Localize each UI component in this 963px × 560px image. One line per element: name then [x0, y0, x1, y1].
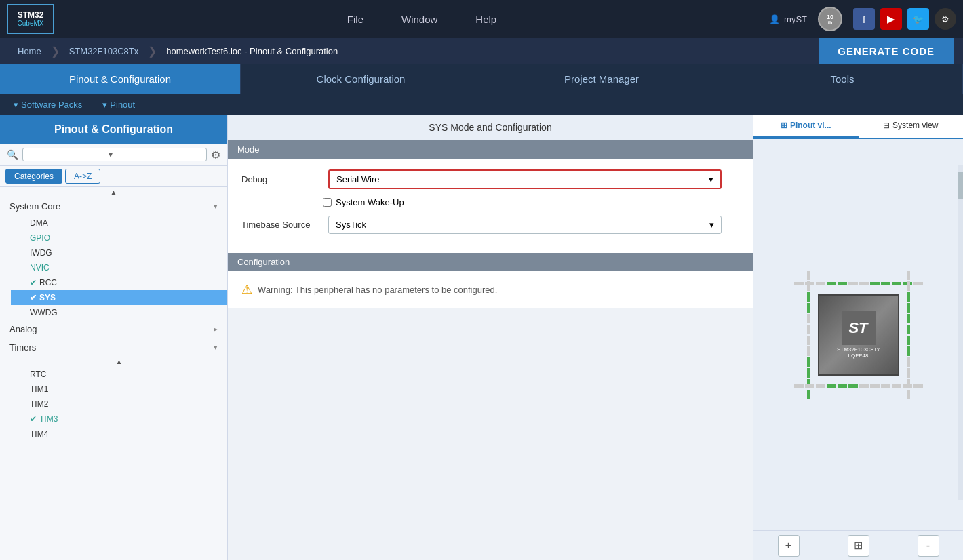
warning-icon: ⚠: [241, 282, 252, 297]
subtab-software-packs[interactable]: ▾ Software Packs: [14, 100, 82, 110]
logo-line1: STM32: [18, 10, 44, 20]
sidebar-item-nvic[interactable]: NVIC: [11, 260, 227, 275]
section-label-analog: Analog: [9, 324, 37, 334]
pin-l10: [807, 368, 810, 378]
search-input[interactable]: [27, 150, 109, 159]
scroll-up-btn-2[interactable]: ▲: [11, 357, 227, 367]
section-header-system-core[interactable]: System Core ▾: [0, 197, 227, 216]
logo-area: STM32 CubeMX: [7, 4, 54, 34]
subtab-pinout[interactable]: ▾ Pinout: [102, 100, 135, 110]
pin-l4: [807, 303, 810, 313]
sidebar-item-rcc[interactable]: ✔RCC: [11, 275, 227, 290]
sidebar: Pinout & Configuration 🔍 ▾ ⚙ Categories …: [0, 115, 228, 560]
tab-clock-config[interactable]: Clock Configuration: [241, 64, 482, 94]
logo-line2: CubeMX: [18, 20, 44, 28]
menu-file[interactable]: File: [342, 11, 369, 28]
sidebar-item-rtc[interactable]: RTC: [11, 367, 227, 382]
tab-pinout-view[interactable]: ⊞ Pinout vi...: [753, 115, 859, 138]
sidebar-item-tim3[interactable]: ✔TIM3: [11, 412, 227, 426]
badge-sub: th: [828, 20, 833, 25]
section-header-timers[interactable]: Timers ▾: [0, 338, 227, 357]
chip-pins-bottom: [794, 384, 923, 388]
tab-tools[interactable]: Tools: [722, 64, 963, 94]
sidebar-item-tim4[interactable]: TIM4: [11, 426, 227, 441]
pin-l9: [807, 357, 810, 367]
wakeup-row: System Wake-Up: [323, 197, 739, 207]
tab-project-manager[interactable]: Project Manager: [482, 64, 722, 94]
badge-label: 10: [827, 14, 833, 20]
github-icon[interactable]: ⚙: [935, 8, 956, 30]
pinout-view-icon: ⊞: [781, 121, 787, 130]
right-scroll-track: [958, 165, 963, 500]
twitter-icon[interactable]: 🐦: [907, 8, 929, 30]
right-panel-tabs: ⊞ Pinout vi... ⊟ System view: [753, 115, 963, 139]
pin-t3: [816, 282, 825, 285]
pin-r5: [907, 314, 910, 323]
sidebar-item-tim2[interactable]: TIM2: [11, 397, 227, 412]
tab-az[interactable]: A->Z: [65, 169, 100, 184]
right-scroll-thumb[interactable]: [958, 172, 963, 199]
menu-help[interactable]: Help: [470, 11, 502, 28]
sub-tab-bar: ▾ Software Packs ▾ Pinout: [0, 94, 963, 115]
breadcrumb-device[interactable]: STM32F103C8Tx: [61, 43, 147, 59]
breadcrumb-home[interactable]: Home: [9, 43, 50, 59]
pin-b4: [827, 384, 836, 388]
sidebar-item-tim1[interactable]: TIM1: [11, 382, 227, 397]
sidebar-item-iwdg[interactable]: IWDG: [11, 245, 227, 260]
tab-pinout-config[interactable]: Pinout & Configuration: [0, 64, 241, 94]
pin-b5: [838, 384, 847, 388]
sidebar-item-gpio[interactable]: GPIO: [11, 231, 227, 245]
sidebar-search: 🔍 ▾ ⚙: [0, 144, 227, 166]
user-area[interactable]: 👤 myST: [769, 14, 807, 24]
timebase-row: Timebase Source SysTick ▾: [241, 216, 739, 234]
sidebar-item-sys[interactable]: ✔SYS: [11, 290, 227, 305]
menu-bar: STM32 CubeMX File Window Help 👤 myST 10 …: [0, 0, 963, 38]
config-section-title: Configuration: [228, 253, 753, 271]
pin-t6: [848, 282, 858, 285]
zoom-out-button[interactable]: -: [918, 535, 939, 557]
pin-r8: [907, 346, 910, 356]
pin-r3: [907, 292, 910, 302]
pin-b1: [794, 384, 804, 388]
section-header-analog[interactable]: Analog ▸: [0, 320, 227, 338]
pin-l8: [807, 346, 810, 356]
breadcrumb-file[interactable]: homeworkTest6.ioc - Pinout & Configurati…: [158, 43, 346, 59]
sidebar-item-dma[interactable]: DMA: [11, 216, 227, 231]
sidebar-item-wwdg[interactable]: WWDG: [11, 305, 227, 320]
chevron-down-icon-timers: ▾: [214, 343, 218, 352]
wakeup-checkbox[interactable]: [323, 198, 332, 207]
generate-code-button[interactable]: GENERATE CODE: [819, 38, 954, 64]
youtube-icon[interactable]: ▶: [880, 8, 902, 30]
chip-area: ST STM32F103C8TxLQFP48: [753, 139, 963, 530]
chip-brand: ST: [848, 319, 867, 337]
tab-categories[interactable]: Categories: [5, 169, 62, 184]
chevron-right-icon: ▸: [214, 325, 218, 334]
debug-value: Serial Wire: [336, 174, 380, 184]
content-title: SYS Mode and Configuration: [228, 115, 753, 140]
wakeup-label: System Wake-Up: [336, 197, 404, 207]
gear-icon[interactable]: ⚙: [211, 148, 220, 161]
debug-select[interactable]: Serial Wire ▾: [328, 169, 722, 189]
timebase-select[interactable]: SysTick ▾: [328, 216, 722, 234]
scroll-up-btn[interactable]: ▲: [0, 187, 227, 197]
chevron-down-icon: ▾: [214, 202, 218, 211]
dropdown-arrow-icon[interactable]: ▾: [109, 150, 113, 159]
breadcrumb-bar: Home ❯ STM32F103C8Tx ❯ homeworkTest6.ioc…: [0, 38, 963, 64]
pin-r9: [907, 357, 910, 367]
timebase-dropdown-icon: ▾: [709, 220, 714, 230]
pin-l6: [807, 325, 810, 334]
debug-row: Debug Serial Wire ▾: [241, 169, 739, 189]
menu-window[interactable]: Window: [396, 11, 443, 28]
chip-pins-left: [807, 271, 810, 399]
warning-section: ⚠ Warning: This peripheral has no parame…: [228, 271, 753, 308]
chip-name: STM32F103C8TxLQFP48: [837, 346, 880, 359]
section-items-timers: ▲ RTC TIM1 TIM2 ✔TIM3 TIM4: [0, 357, 227, 441]
app-logo: STM32 CubeMX: [7, 4, 54, 34]
tab-system-view[interactable]: ⊟ System view: [859, 115, 964, 138]
facebook-icon[interactable]: f: [853, 8, 875, 30]
main-layout: Pinout & Configuration 🔍 ▾ ⚙ Categories …: [0, 115, 963, 560]
check-icon-rcc: ✔: [30, 278, 37, 287]
pin-t1: [794, 282, 804, 285]
zoom-in-button[interactable]: +: [778, 535, 800, 557]
zoom-fit-button[interactable]: ⊞: [848, 535, 869, 557]
